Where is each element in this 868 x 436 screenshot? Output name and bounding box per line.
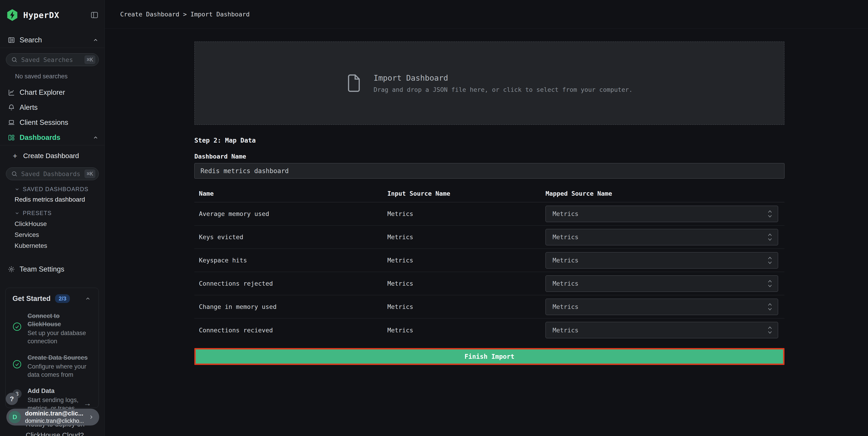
column-header-name: Name	[194, 190, 388, 197]
search-section-icon	[8, 36, 15, 44]
divider	[0, 145, 104, 145]
row-name: Keys evicted	[194, 233, 388, 240]
column-header-input-source: Input Source Name	[388, 190, 546, 197]
mapped-source-value: Metrics	[553, 303, 579, 310]
saved-searches-placeholder: Saved Searches	[21, 56, 73, 63]
sidebar-item-label: Chart Explorer	[20, 88, 65, 96]
dashboard-name-value: Redis metrics dashboard	[200, 167, 289, 175]
sidebar-collapse-icon[interactable]	[90, 11, 98, 19]
search-icon	[11, 57, 18, 63]
check-circle-icon	[12, 360, 22, 369]
mapped-source-value: Metrics	[553, 327, 579, 334]
get-started-step-sources[interactable]: Create Data Sources Configure where your…	[12, 354, 93, 379]
mapped-source-select[interactable]: Metrics	[546, 206, 778, 222]
no-saved-searches-text: No saved searches	[15, 73, 68, 80]
row-name: Keyspace hits	[194, 257, 388, 264]
mapped-source-select[interactable]: Metrics	[546, 252, 778, 268]
sidebar-item-team-settings[interactable]: Team Settings	[6, 263, 98, 275]
row-name: Change in memory used	[194, 303, 388, 310]
get-started-step-connect[interactable]: Connect to ClickHouse Set up your databa…	[12, 312, 93, 346]
step-desc: Set up your database connection	[28, 329, 89, 345]
finish-import-button[interactable]: Finish Import	[194, 348, 784, 365]
mapped-source-select[interactable]: Metrics	[546, 299, 778, 315]
select-updown-icon	[767, 279, 772, 288]
column-header-mapped-source: Mapped Source Name	[546, 190, 784, 197]
row-mapped-source-cell: Metrics	[546, 252, 784, 268]
search-icon	[11, 171, 18, 177]
help-button[interactable]: ?	[6, 393, 18, 405]
sidebar-item-chart-explorer[interactable]: Chart Explorer	[6, 87, 98, 98]
mapped-source-select[interactable]: Metrics	[546, 275, 778, 292]
topbar: Create Dashboard > Import Dashboard	[105, 0, 868, 28]
sidebar-item-search[interactable]: Search	[6, 33, 98, 47]
row-mapped-source-cell: Metrics	[546, 322, 784, 338]
saved-searches-input[interactable]: Saved Searches ⌘K	[6, 53, 99, 66]
sidebar-item-redis-dashboard[interactable]: Redis metrics dashboard	[14, 196, 85, 203]
arrow-right-icon: →	[84, 399, 91, 408]
mapped-source-value: Metrics	[553, 257, 579, 264]
plus-icon: +	[13, 151, 17, 161]
row-input-source: Metrics	[388, 233, 546, 240]
row-input-source: Metrics	[388, 303, 546, 310]
mapped-source-value: Metrics	[553, 280, 579, 287]
app-title: HyperDX	[23, 10, 59, 20]
import-dashboard-content: Import Dashboard Drag and drop a JSON fi…	[105, 28, 784, 365]
create-dashboard-label: Create Dashboard	[23, 152, 79, 160]
presets-section-header[interactable]: PRESETS	[14, 210, 52, 216]
cloud-banner-line2: ClickHouse Cloud?	[26, 431, 84, 436]
mapped-source-value: Metrics	[553, 233, 579, 240]
chart-icon	[8, 89, 15, 96]
row-input-source: Metrics	[388, 210, 546, 217]
sidebar-item-client-sessions[interactable]: Client Sessions	[6, 117, 98, 128]
mapped-source-select[interactable]: Metrics	[546, 229, 778, 245]
select-updown-icon	[767, 302, 772, 311]
dashboard-name-label: Dashboard Name	[194, 153, 784, 160]
table-row: Average memory usedMetricsMetrics	[194, 202, 784, 226]
row-input-source: Metrics	[388, 327, 546, 334]
row-name: Average memory used	[194, 210, 388, 217]
select-updown-icon	[767, 256, 772, 265]
saved-dashboards-input[interactable]: Saved Dashboards ⌘K	[6, 168, 99, 180]
sidebar-item-preset-services[interactable]: Services	[14, 231, 39, 238]
get-started-title: Get Started	[12, 294, 51, 303]
step-title: Connect to ClickHouse	[28, 312, 89, 328]
saved-dashboards-section-header[interactable]: SAVED DASHBOARDS	[14, 186, 89, 193]
mapped-source-select[interactable]: Metrics	[546, 322, 778, 338]
row-mapped-source-cell: Metrics	[546, 299, 784, 315]
shortcut-badge: ⌘K	[85, 170, 95, 178]
user-menu[interactable]: D dominic.tran@clic... dominic.tran@clic…	[6, 409, 99, 426]
row-mapped-source-cell: Metrics	[546, 206, 784, 222]
dashboard-name-input[interactable]: Redis metrics dashboard	[194, 163, 784, 179]
chevron-up-icon	[85, 296, 91, 301]
avatar: D	[9, 411, 21, 423]
sidebar-item-label: Team Settings	[20, 265, 64, 273]
sidebar-item-preset-clickhouse[interactable]: ClickHouse	[14, 220, 47, 228]
step-title: Create Data Sources	[28, 354, 89, 362]
sidebar-item-preset-kubernetes[interactable]: Kubernetes	[14, 242, 47, 250]
row-name: Connections rejected	[194, 280, 388, 287]
sidebar-item-label: Client Sessions	[20, 118, 68, 127]
user-email: dominic.tran@clickho...	[25, 417, 84, 424]
sidebar-item-label: Alerts	[20, 104, 37, 112]
shortcut-badge: ⌘K	[85, 55, 95, 64]
sidebar-item-alerts[interactable]: Alerts	[6, 101, 98, 113]
finish-import-label: Finish Import	[465, 353, 514, 360]
gear-icon	[8, 266, 15, 273]
bell-icon	[8, 104, 15, 111]
sidebar-item-dashboards[interactable]: Dashboards	[6, 131, 98, 144]
create-dashboard-button[interactable]: + Create Dashboard	[13, 150, 79, 161]
chevron-down-icon	[14, 187, 20, 192]
file-dropzone[interactable]: Import Dashboard Drag and drop a JSON fi…	[194, 41, 784, 125]
select-updown-icon	[767, 233, 772, 242]
logo-row: HyperDX	[6, 8, 98, 22]
select-updown-icon	[767, 325, 772, 335]
chevron-up-icon	[93, 135, 98, 141]
table-row: Keys evictedMetricsMetrics	[194, 226, 784, 249]
laptop-icon	[8, 119, 15, 126]
table-row: Connections rejectedMetricsMetrics	[194, 272, 784, 295]
sidebar-item-label: Search	[20, 36, 42, 44]
user-name: dominic.tran@clic...	[25, 410, 84, 417]
dropzone-subtitle: Drag and drop a JSON file here, or click…	[374, 86, 633, 93]
step-desc: Configure where your data comes from	[28, 362, 89, 379]
get-started-header[interactable]: Get Started 2/3	[6, 288, 98, 303]
